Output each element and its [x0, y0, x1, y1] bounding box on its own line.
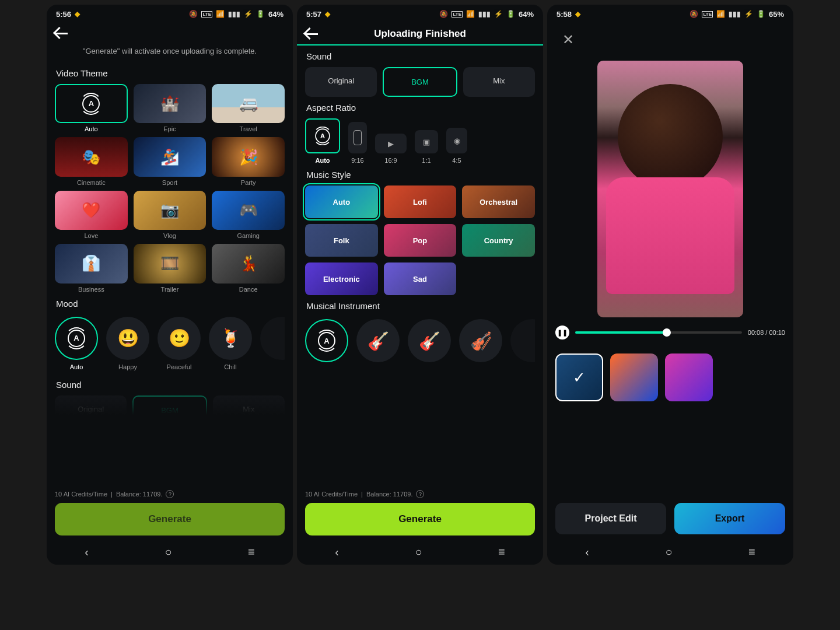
theme-travel[interactable]: 🚐Travel	[212, 84, 285, 132]
back-button[interactable]	[55, 28, 70, 38]
instrument-more[interactable]	[510, 319, 535, 362]
volte-icon: LTE	[452, 11, 463, 18]
aspect-label: 4:5	[452, 157, 461, 164]
nav-back[interactable]: ‹	[71, 542, 103, 562]
theme-love[interactable]: ❤️Love	[55, 191, 128, 239]
aspect-1-1[interactable]: ▣1:1	[415, 130, 438, 164]
help-icon[interactable]: ?	[416, 490, 424, 498]
music-auto[interactable]: Auto	[305, 186, 378, 218]
theme-auto[interactable]: Auto	[55, 84, 128, 132]
nav-recents[interactable]: ≡	[484, 542, 519, 562]
mood-peaceful[interactable]: 🙂Peaceful	[158, 317, 201, 370]
seek-bar[interactable]	[575, 331, 742, 334]
help-icon[interactable]: ?	[166, 490, 174, 498]
theme-vlog[interactable]: 📷Vlog	[134, 191, 206, 239]
clock: 5:56	[56, 10, 71, 19]
theme-gaming[interactable]: 🎮Gaming	[212, 191, 285, 239]
music-orchestral[interactable]: Orchestral	[462, 186, 535, 218]
project-edit-button[interactable]: Project Edit	[555, 503, 666, 534]
nav-home[interactable]: ○	[651, 542, 686, 562]
music-lofi[interactable]: Lofi	[384, 186, 457, 218]
fade-overlay	[55, 390, 285, 425]
section-aspect-ratio: Aspect Ratio	[306, 103, 534, 113]
music-folk[interactable]: Folk	[305, 224, 378, 257]
theme-label: Dance	[239, 286, 258, 293]
nav-recents[interactable]: ≡	[234, 542, 269, 562]
signal-icon: ▮▮▮	[478, 10, 491, 18]
music-electronic[interactable]: Electronic	[305, 262, 378, 295]
export-button[interactable]: Export	[674, 503, 785, 534]
upload-hint: "Generate" will activate once uploading …	[55, 43, 285, 62]
section-instrument: Musical Instrument	[306, 301, 534, 311]
theme-party[interactable]: 🎉Party	[212, 137, 285, 186]
theme-business[interactable]: 👔Business	[55, 244, 128, 292]
nav-back[interactable]: ‹	[571, 542, 603, 562]
music-country[interactable]: Country	[462, 224, 535, 257]
time-display: 00:08 / 00:10	[748, 329, 785, 336]
aspect-16-9[interactable]: ▶16:9	[375, 134, 407, 164]
theme-label: Love	[84, 232, 98, 239]
theme-label: Gaming	[237, 232, 260, 239]
theme-label: Cinematic	[77, 179, 106, 186]
theme-trailer[interactable]: 🎞️Trailer	[134, 244, 206, 292]
theme-epic[interactable]: 🏰Epic	[134, 84, 206, 132]
battery-icon: 🔋	[506, 10, 515, 18]
variant-2[interactable]	[610, 354, 658, 401]
credits-info: 10 AI Credits/Time|Balance: 11709. ?	[55, 490, 285, 498]
instagram-icon: ◉	[454, 136, 460, 145]
nav-back[interactable]: ‹	[321, 542, 353, 562]
mood-more[interactable]	[260, 317, 285, 370]
seek-fill	[575, 331, 667, 334]
bolt-icon: ⚡	[494, 10, 503, 18]
mood-happy[interactable]: 😃Happy	[106, 317, 149, 370]
instrument-acoustic-guitar[interactable]: 🎸	[356, 319, 400, 362]
theme-cinematic[interactable]: 🎭Cinematic	[55, 137, 128, 186]
theme-dance[interactable]: 💃Dance	[212, 244, 285, 292]
music-pop[interactable]: Pop	[384, 224, 457, 257]
binance-icon: ◆	[325, 10, 330, 18]
mood-chill[interactable]: 🍹Chill	[209, 317, 252, 370]
android-navbar: ‹ ○ ≡	[297, 539, 543, 565]
variant-3[interactable]	[665, 354, 713, 401]
mood-label: Auto	[70, 363, 83, 370]
aspect-4-5[interactable]: ◉4:5	[446, 128, 467, 164]
generate-button[interactable]: Generate	[305, 503, 535, 536]
battery-icon: 🔋	[256, 10, 265, 18]
generate-button[interactable]: Generate	[55, 503, 285, 536]
nav-home[interactable]: ○	[150, 542, 186, 562]
video-preview[interactable]	[597, 61, 743, 317]
seek-knob[interactable]	[663, 328, 671, 337]
music-sad[interactable]: Sad	[384, 262, 457, 295]
screen-2-uploading-finished: 5:57◆ 🔕 LTE 📶 ▮▮▮ ⚡ 🔋 64% Uploading Fini…	[297, 5, 543, 565]
theme-label: Trailer	[161, 286, 179, 293]
nav-recents[interactable]: ≡	[734, 542, 769, 562]
aspect-auto[interactable]: Auto	[305, 118, 340, 164]
variant-1[interactable]: ✓	[555, 354, 603, 401]
section-sound: Sound	[56, 380, 284, 390]
sound-bgm[interactable]: BGM	[383, 67, 457, 97]
status-bar: 5:58◆ 🔕 LTE 📶 ▮▮▮ ⚡ 🔋 65%	[547, 5, 793, 23]
aspect-9-16[interactable]: 9:16	[348, 122, 367, 164]
mood-auto[interactable]: Auto	[55, 317, 98, 370]
nav-home[interactable]: ○	[401, 542, 436, 562]
theme-sport[interactable]: 🏂Sport	[134, 137, 206, 186]
pause-button[interactable]: ❚❚	[555, 326, 569, 340]
back-button[interactable]	[305, 29, 320, 39]
volte-icon: LTE	[702, 11, 713, 18]
aspect-label: 9:16	[351, 157, 363, 164]
mood-label: Peaceful	[167, 363, 192, 370]
instrument-electric-guitar[interactable]: 🎸	[408, 319, 451, 362]
square-icon: ▣	[423, 138, 430, 146]
auto-icon	[318, 332, 335, 349]
instrument-violin[interactable]: 🎻	[459, 319, 502, 362]
sound-original[interactable]: Original	[305, 67, 377, 97]
youtube-icon: ▶	[388, 139, 394, 148]
close-button[interactable]: ✕	[555, 28, 581, 51]
status-bar: 5:57◆ 🔕 LTE 📶 ▮▮▮ ⚡ 🔋 64%	[297, 5, 543, 23]
theme-label: Epic	[163, 125, 176, 132]
theme-label: Auto	[85, 125, 98, 132]
instrument-auto[interactable]	[305, 319, 348, 362]
volte-icon: LTE	[201, 11, 212, 18]
sound-mix[interactable]: Mix	[463, 67, 535, 97]
mood-label: Happy	[118, 363, 137, 370]
